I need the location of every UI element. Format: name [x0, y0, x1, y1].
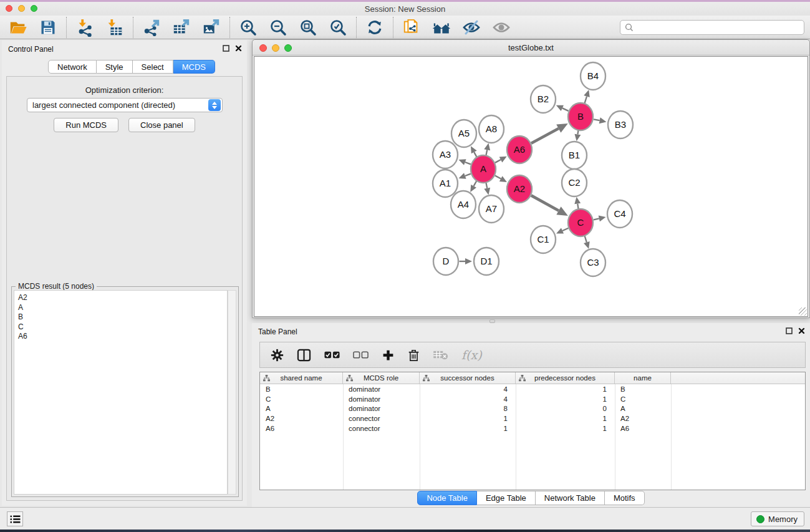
- result-list-item[interactable]: A: [18, 303, 227, 313]
- float-panel-icon[interactable]: [223, 45, 229, 52]
- first-neighbors-icon[interactable]: [432, 17, 451, 37]
- network-node-B4[interactable]: B4: [581, 62, 605, 90]
- tab-style[interactable]: Style: [97, 60, 133, 74]
- network-edge-B-B4[interactable]: [584, 96, 587, 104]
- tab-network-table[interactable]: Network Table: [536, 491, 605, 505]
- result-list-item[interactable]: C: [18, 322, 227, 332]
- table-row[interactable]: Cdominator41C: [260, 394, 805, 404]
- network-node-D[interactable]: D: [433, 248, 458, 275]
- network-edge-A-A5[interactable]: [474, 152, 476, 157]
- export-network-icon[interactable]: [142, 17, 162, 37]
- table-row[interactable]: A6connector11A6: [260, 423, 805, 433]
- zoom-selected-icon[interactable]: [328, 17, 348, 37]
- run-mcds-button[interactable]: Run MCDS: [54, 118, 118, 132]
- network-edge-A6-B[interactable]: [531, 128, 559, 143]
- network-zoom-button[interactable]: [284, 44, 292, 52]
- network-node-B1[interactable]: B1: [562, 142, 587, 169]
- tab-mcds[interactable]: MCDS: [173, 60, 215, 74]
- optimization-criterion-dropdown[interactable]: largest connected component (directed): [27, 98, 223, 112]
- tab-node-table[interactable]: Node Table: [417, 491, 477, 505]
- zoom-out-icon[interactable]: [268, 17, 288, 37]
- result-list-item[interactable]: A6: [18, 332, 227, 342]
- function-builder-icon[interactable]: f(x): [461, 348, 482, 362]
- network-node-C2[interactable]: C2: [562, 169, 587, 196]
- network-node-A2[interactable]: A2: [507, 175, 532, 203]
- show-column-icon[interactable]: [297, 349, 311, 362]
- network-edge-C-C4[interactable]: [594, 218, 599, 220]
- minimize-window-button[interactable]: [18, 5, 25, 12]
- show-all-eye-icon[interactable]: [491, 17, 511, 37]
- import-network-icon[interactable]: [75, 17, 95, 37]
- delete-table-icon[interactable]: [433, 350, 448, 360]
- zoom-fit-icon[interactable]: [298, 17, 318, 37]
- column-header-predecessor-nodes[interactable]: predecessor nodes: [516, 372, 615, 384]
- network-node-A8[interactable]: A8: [479, 115, 504, 143]
- network-edge-C-C1[interactable]: [562, 228, 568, 231]
- column-header-successor-nodes[interactable]: successor nodes: [420, 372, 516, 384]
- tab-select[interactable]: Select: [133, 60, 173, 74]
- network-node-A6[interactable]: A6: [507, 136, 532, 163]
- result-list-item[interactable]: B: [18, 312, 227, 322]
- network-edge-A-A3[interactable]: [465, 162, 471, 164]
- table-row[interactable]: Adominator80A: [260, 404, 805, 414]
- zoom-window-button[interactable]: [31, 5, 37, 12]
- network-edge-A-A6[interactable]: [495, 160, 501, 163]
- network-node-A7[interactable]: A7: [479, 195, 504, 223]
- network-close-button[interactable]: [259, 44, 267, 52]
- delete-column-trash-icon[interactable]: [408, 349, 420, 362]
- table-row[interactable]: A2connector11A2: [260, 414, 805, 423]
- search-field[interactable]: [620, 20, 804, 35]
- network-node-C4[interactable]: C4: [607, 200, 632, 228]
- add-column-icon[interactable]: [382, 349, 395, 362]
- column-header-name[interactable]: name: [615, 372, 671, 384]
- search-input[interactable]: [634, 23, 804, 32]
- network-node-A3[interactable]: A3: [433, 141, 458, 168]
- network-edge-A-A4[interactable]: [474, 181, 477, 186]
- close-panel-icon[interactable]: [798, 327, 805, 334]
- column-header-mcds-role[interactable]: MCDS role: [343, 372, 420, 384]
- network-node-B2[interactable]: B2: [531, 85, 556, 113]
- network-node-A5[interactable]: A5: [451, 120, 476, 147]
- export-image-icon[interactable]: [201, 17, 221, 37]
- network-node-A4[interactable]: A4: [451, 191, 476, 218]
- network-edge-B-B2[interactable]: [562, 108, 569, 111]
- network-window-titlebar[interactable]: testGlobe.txt: [253, 40, 809, 56]
- task-history-button[interactable]: [7, 511, 23, 526]
- network-edge-A-A2[interactable]: [495, 175, 501, 178]
- float-panel-icon[interactable]: [786, 327, 793, 334]
- result-list-scrollbar[interactable]: [228, 290, 236, 495]
- close-panel-button[interactable]: Close panel: [128, 118, 195, 132]
- open-folder-icon[interactable]: [8, 17, 28, 37]
- deselect-all-icon[interactable]: [353, 351, 369, 359]
- network-node-C[interactable]: C: [568, 209, 593, 236]
- export-table-icon[interactable]: [171, 17, 191, 37]
- network-node-C1[interactable]: C1: [531, 226, 556, 253]
- memory-button[interactable]: Memory: [751, 511, 804, 526]
- table-row[interactable]: Bdominator41B: [260, 384, 805, 394]
- tab-motifs[interactable]: Motifs: [605, 491, 645, 505]
- save-session-icon[interactable]: [38, 17, 58, 37]
- network-minimize-button[interactable]: [272, 44, 279, 52]
- import-table-icon[interactable]: [105, 17, 125, 37]
- hide-selected-eye-icon[interactable]: [461, 17, 481, 37]
- network-edge-B-B3[interactable]: [594, 119, 600, 120]
- network-node-D1[interactable]: D1: [474, 248, 499, 275]
- network-node-A[interactable]: A: [471, 155, 496, 183]
- network-node-B[interactable]: B: [568, 103, 593, 130]
- tab-network[interactable]: Network: [48, 60, 97, 74]
- column-header-shared-name[interactable]: shared name: [260, 372, 343, 384]
- resize-grip[interactable]: [799, 307, 807, 316]
- refresh-icon[interactable]: [365, 17, 385, 37]
- clone-network-icon[interactable]: [402, 17, 422, 37]
- tab-edge-table[interactable]: Edge Table: [477, 491, 536, 505]
- network-edge-A-A1[interactable]: [465, 174, 471, 176]
- select-all-icon[interactable]: [324, 351, 340, 359]
- network-edge-A2-C[interactable]: [531, 195, 559, 210]
- network-canvas[interactable]: B4B2BB3A8A5A6A3B1AA1C2A2A4A7C4CC1DD1C3: [254, 56, 808, 317]
- mcds-result-list[interactable]: A2ABCA6: [14, 290, 228, 495]
- network-node-B3[interactable]: B3: [608, 111, 633, 138]
- network-edge-C-C3[interactable]: [584, 236, 586, 243]
- network-node-C3[interactable]: C3: [581, 249, 605, 276]
- close-window-button[interactable]: [6, 5, 12, 12]
- settings-gear-icon[interactable]: [271, 349, 284, 362]
